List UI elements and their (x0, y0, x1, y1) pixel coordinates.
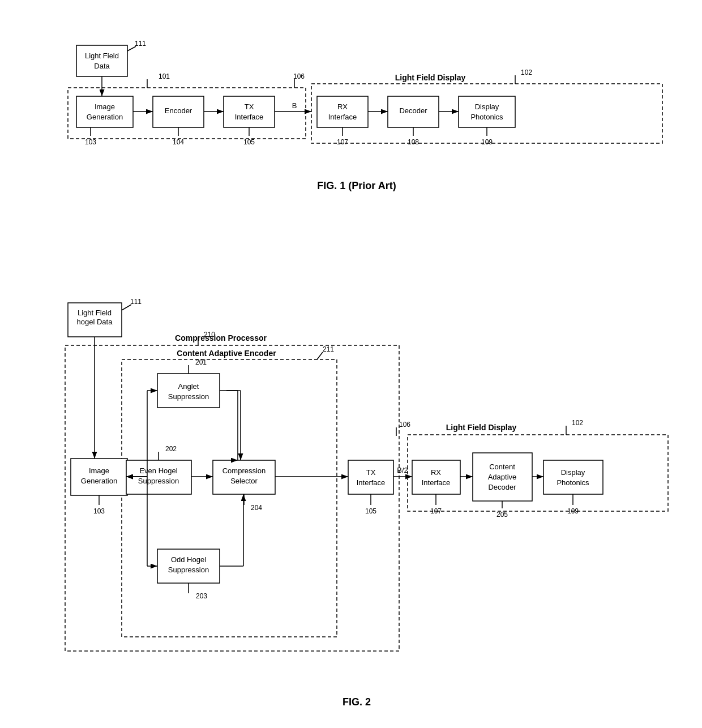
svg-text:Generation: Generation (87, 113, 123, 121)
svg-text:102: 102 (572, 419, 583, 427)
fig1-diagram: Light Field Data 111 101 Image Generatio… (34, 23, 679, 175)
svg-text:Odd Hogel: Odd Hogel (171, 555, 206, 564)
fig2-caption: FIG. 2 (34, 696, 679, 708)
svg-text:Decoder: Decoder (399, 106, 427, 115)
svg-text:107: 107 (337, 138, 348, 146)
page: Light Field Data 111 101 Image Generatio… (0, 0, 702, 728)
svg-rect-21 (224, 96, 275, 127)
svg-text:Anglet: Anglet (178, 382, 199, 391)
svg-text:Photonics: Photonics (470, 113, 503, 121)
svg-text:Interface: Interface (235, 113, 264, 121)
svg-text:Suppression: Suppression (168, 392, 209, 401)
svg-text:205: 205 (496, 511, 508, 519)
svg-text:203: 203 (196, 592, 207, 600)
svg-text:RX: RX (337, 102, 348, 111)
svg-text:RX: RX (431, 468, 441, 477)
svg-text:Suppression: Suppression (138, 477, 179, 485)
fig2-area: Light Field hogel Data 111 Compression P… (34, 272, 679, 708)
svg-text:Suppression: Suppression (168, 566, 209, 574)
svg-rect-45 (459, 96, 515, 127)
svg-text:103: 103 (85, 138, 96, 146)
svg-rect-34 (317, 96, 368, 127)
svg-text:Light Field: Light Field (85, 52, 119, 60)
svg-rect-10 (76, 96, 133, 127)
svg-rect-88 (348, 460, 393, 494)
svg-text:B: B (292, 101, 297, 110)
svg-text:105: 105 (365, 507, 376, 515)
svg-text:211: 211 (323, 345, 334, 353)
svg-text:Display: Display (475, 102, 499, 111)
svg-text:106: 106 (399, 421, 410, 429)
svg-text:Content Adaptive Encoder: Content Adaptive Encoder (177, 349, 276, 358)
svg-text:Compression: Compression (222, 466, 266, 475)
svg-text:TX: TX (366, 468, 376, 477)
svg-text:106: 106 (293, 72, 305, 80)
svg-text:Light Field: Light Field (78, 309, 112, 317)
svg-text:Display: Display (561, 468, 585, 477)
svg-text:210: 210 (204, 331, 215, 339)
svg-text:107: 107 (430, 507, 442, 515)
svg-line-129 (317, 352, 323, 359)
svg-text:Light Field Display: Light Field Display (395, 73, 466, 82)
svg-text:Decoder: Decoder (488, 483, 516, 491)
svg-text:hogel Data: hogel Data (77, 318, 113, 326)
svg-rect-2 (76, 45, 127, 76)
svg-text:201: 201 (195, 358, 207, 366)
svg-text:Generation: Generation (81, 477, 117, 485)
svg-text:Interface: Interface (422, 478, 451, 487)
svg-text:109: 109 (567, 507, 579, 515)
fig2-diagram: Light Field hogel Data 111 Compression P… (34, 272, 679, 691)
svg-text:Selector: Selector (230, 477, 258, 485)
svg-rect-97 (412, 460, 460, 494)
svg-text:Even Hogel: Even Hogel (139, 466, 177, 475)
svg-text:103: 103 (93, 507, 105, 515)
svg-text:202: 202 (165, 445, 177, 453)
fig1-area: Light Field Data 111 101 Image Generatio… (34, 23, 679, 192)
svg-rect-61 (122, 359, 337, 637)
svg-text:Content: Content (489, 463, 515, 471)
svg-text:108: 108 (408, 138, 419, 146)
svg-text:Data: Data (94, 62, 110, 70)
svg-rect-108 (543, 460, 603, 494)
svg-text:Image: Image (89, 466, 109, 475)
svg-text:111: 111 (130, 298, 142, 306)
svg-text:104: 104 (173, 138, 184, 146)
svg-text:204: 204 (251, 504, 262, 512)
svg-text:Photonics: Photonics (557, 478, 589, 487)
svg-text:Interface: Interface (357, 478, 386, 487)
svg-text:105: 105 (243, 138, 255, 146)
svg-text:109: 109 (481, 138, 493, 146)
fig1-caption: FIG. 1 (Prior Art) (34, 180, 679, 192)
svg-text:Compression Processor: Compression Processor (175, 333, 267, 342)
svg-text:TX: TX (245, 102, 254, 111)
svg-text:B/2: B/2 (397, 466, 408, 474)
svg-text:Image: Image (95, 102, 115, 111)
svg-text:101: 101 (159, 72, 170, 80)
svg-text:111: 111 (135, 40, 146, 48)
svg-text:Interface: Interface (328, 113, 357, 121)
svg-text:Encoder: Encoder (165, 106, 192, 115)
svg-rect-57 (65, 345, 399, 651)
svg-text:102: 102 (521, 68, 532, 76)
svg-text:Adaptive: Adaptive (488, 473, 517, 481)
svg-text:Light Field Display: Light Field Display (446, 423, 517, 432)
